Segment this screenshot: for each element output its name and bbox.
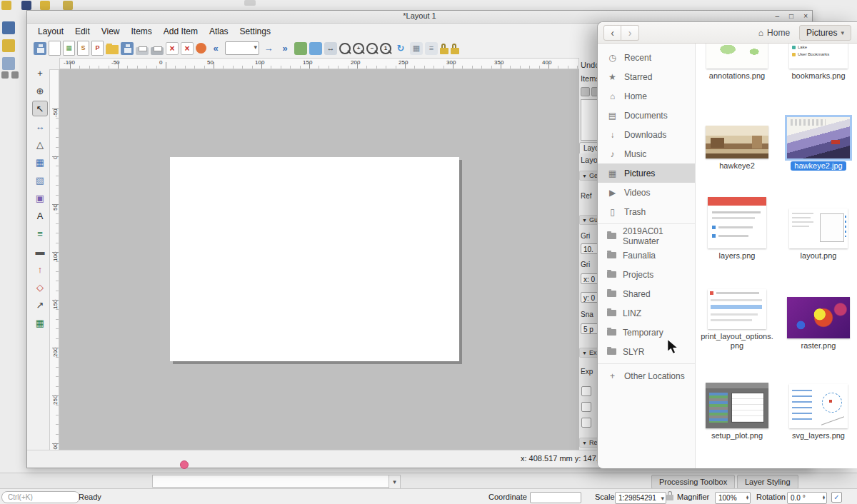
locator-input[interactable]: Ctrl(+K) bbox=[1, 491, 80, 503]
menu-settings[interactable]: Settings bbox=[235, 25, 276, 38]
export-svg-icon[interactable]: S bbox=[77, 41, 89, 56]
sidebar-item-starred[interactable]: ★ Starred bbox=[598, 67, 695, 86]
file-hawkeye2[interactable]: hawkeye2 bbox=[697, 91, 777, 171]
menu-edit[interactable]: Edit bbox=[70, 25, 95, 38]
export-checkbox-3[interactable] bbox=[581, 418, 591, 428]
zoom-level-combo[interactable] bbox=[225, 41, 259, 55]
move-content-tool-icon[interactable]: ↔ bbox=[32, 119, 48, 134]
file-print-layout-options[interactable]: print_layout_options.png bbox=[697, 271, 777, 351]
add-scalebar-tool-icon[interactable]: ▬ bbox=[32, 243, 48, 259]
export-checkbox-2[interactable] bbox=[581, 402, 591, 412]
lock-scale-icon[interactable] bbox=[666, 495, 673, 500]
magnifier-spinbox[interactable]: 100% bbox=[715, 492, 751, 504]
close-button[interactable]: × bbox=[803, 11, 808, 22]
back-button[interactable]: ‹ bbox=[603, 25, 621, 41]
add-table-tool-icon[interactable]: ▦ bbox=[32, 315, 48, 331]
print-icon[interactable] bbox=[136, 47, 149, 55]
zoom-out-icon[interactable]: − bbox=[366, 43, 378, 54]
cut-item-icon[interactable]: × bbox=[166, 42, 179, 55]
page-setup-icon[interactable] bbox=[151, 47, 164, 55]
file-manager-content[interactable]: annotations.png Bookmark 2 Dam Lake User… bbox=[696, 44, 857, 468]
render-checkbox[interactable]: ✓ bbox=[831, 492, 842, 503]
forward-button[interactable]: › bbox=[621, 25, 639, 41]
sidebar-item-downloads[interactable]: ↓ Downloads bbox=[598, 125, 695, 144]
file-setup-plot[interactable]: setup_plot.png bbox=[697, 361, 777, 440]
pathbar-location-button[interactable]: Pictures ▾ bbox=[799, 25, 851, 41]
add-picture-tool-icon[interactable]: ▣ bbox=[32, 190, 48, 206]
sidebar-item-linz[interactable]: LINZ bbox=[598, 303, 695, 323]
tab-processing-toolbox[interactable]: Processing Toolbox bbox=[651, 475, 735, 489]
pan-tool-icon[interactable]: + bbox=[32, 65, 48, 81]
menu-items[interactable]: Items bbox=[126, 25, 157, 38]
maximize-button[interactable]: □ bbox=[789, 11, 793, 22]
show-guides-icon[interactable]: ≡ bbox=[425, 42, 438, 55]
save-as-icon[interactable] bbox=[121, 42, 134, 55]
file-raster[interactable]: raster.png bbox=[778, 271, 857, 351]
atlas-last-icon[interactable]: » bbox=[278, 41, 292, 56]
sidebar-item-recent[interactable]: ◷ Recent bbox=[598, 48, 695, 67]
edit-nodes-tool-icon[interactable]: △ bbox=[32, 136, 48, 152]
zoom-tool-icon[interactable]: ⊕ bbox=[32, 83, 48, 99]
zoom-actual-icon[interactable]: 1 bbox=[380, 43, 391, 54]
add-picture-icon[interactable] bbox=[309, 42, 322, 55]
add-3d-map-tool-icon[interactable]: ▧ bbox=[32, 172, 48, 188]
sidebar-item-projects[interactable]: Projects bbox=[598, 265, 695, 284]
refresh-view-icon[interactable]: ↻ bbox=[394, 41, 408, 56]
file-manager-headerbar[interactable]: ‹ › ⌂ Home Pictures ▾ bbox=[598, 22, 857, 44]
add-legend-tool-icon[interactable]: ≡ bbox=[32, 226, 48, 241]
add-label-tool-icon[interactable]: A bbox=[32, 208, 48, 223]
delete-item-icon[interactable]: × bbox=[181, 42, 194, 55]
menu-view[interactable]: View bbox=[96, 25, 125, 38]
zoom-full-icon[interactable] bbox=[339, 43, 351, 54]
file-hawkeye2-jpg[interactable]: hawkeye2.jpg bbox=[778, 91, 857, 171]
sidebar-item-home[interactable]: ⌂ Home bbox=[598, 86, 695, 106]
select-move-item-tool-icon[interactable]: ↖ bbox=[32, 101, 48, 116]
menu-add-item[interactable]: Add Item bbox=[159, 25, 203, 38]
sidebar-item-documents[interactable]: ▤ Documents bbox=[598, 106, 695, 125]
export-image-icon[interactable]: ▦ bbox=[63, 41, 75, 56]
show-grid-icon[interactable]: ▦ bbox=[410, 42, 423, 55]
sidebar-item-2019ac01-sunwater[interactable]: 2019AC01 Sunwater bbox=[598, 226, 695, 246]
sidebar-item-music[interactable]: ♪ Music bbox=[598, 144, 695, 163]
scale-combo[interactable]: 1:29854291 bbox=[615, 492, 666, 504]
atlas-settings-icon[interactable] bbox=[196, 43, 206, 54]
move-item-icon[interactable]: ↔ bbox=[324, 42, 337, 55]
add-arrow-tool-icon[interactable]: ↗ bbox=[32, 297, 48, 313]
pathbar-home-button[interactable]: ⌂ Home bbox=[752, 26, 796, 40]
sidebar-item-faunalia[interactable]: Faunalia bbox=[598, 246, 695, 265]
chevron-down-icon[interactable]: ▾ bbox=[389, 475, 401, 489]
panel-search-field[interactable] bbox=[152, 475, 389, 488]
minimize-button[interactable]: – bbox=[776, 11, 780, 22]
file-layers[interactable]: layers.png bbox=[697, 181, 777, 261]
file-annotations[interactable]: annotations.png bbox=[697, 44, 777, 81]
tab-layer-styling[interactable]: Layer Styling bbox=[737, 475, 798, 489]
menu-atlas[interactable]: Atlas bbox=[204, 25, 234, 38]
atlas-next-icon[interactable]: → bbox=[261, 41, 276, 56]
sidebar-item-pictures[interactable]: ▦ Pictures bbox=[598, 163, 695, 183]
zoom-in-icon[interactable]: + bbox=[353, 43, 364, 54]
add-shape-tool-icon[interactable]: ◇ bbox=[32, 279, 48, 295]
file-svg-layers[interactable]: svg_layers.png bbox=[778, 361, 857, 440]
layout-page[interactable] bbox=[170, 157, 459, 361]
file-bookmarks[interactable]: Bookmark 2 Dam Lake User Bookmarks bookm… bbox=[778, 44, 857, 81]
unlock-items-icon[interactable] bbox=[451, 48, 459, 54]
sidebar-item-temporary[interactable]: Temporary bbox=[598, 323, 695, 342]
sidebar-item-videos[interactable]: ▶ Videos bbox=[598, 183, 695, 202]
layout-canvas[interactable] bbox=[59, 69, 579, 452]
export-checkbox-1[interactable] bbox=[581, 386, 591, 396]
rotation-spinbox[interactable]: 0.0 ° bbox=[787, 492, 827, 504]
open-layout-icon[interactable] bbox=[106, 45, 119, 54]
save-project-icon[interactable] bbox=[34, 42, 46, 55]
export-pdf-icon[interactable]: P bbox=[91, 41, 104, 56]
sidebar-item-slyr[interactable]: SLYR bbox=[598, 342, 695, 361]
add-map-tool-icon[interactable]: ▦ bbox=[32, 154, 48, 170]
add-north-arrow-tool-icon[interactable]: ↑ bbox=[32, 261, 48, 277]
new-layout-icon[interactable] bbox=[49, 41, 61, 56]
add-pages-icon[interactable] bbox=[294, 42, 307, 55]
coordinate-input[interactable] bbox=[530, 492, 581, 503]
sidebar-item-other-locations[interactable]: + Other Locations bbox=[598, 366, 695, 385]
menu-layout[interactable]: Layout bbox=[33, 25, 69, 38]
atlas-first-icon[interactable]: « bbox=[209, 41, 223, 56]
file-layout[interactable]: layout.png bbox=[778, 181, 857, 261]
lock-items-icon[interactable] bbox=[440, 48, 448, 54]
